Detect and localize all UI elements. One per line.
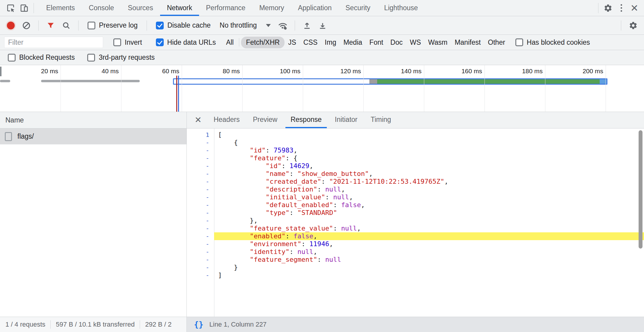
timeline-gridline [61,65,61,112]
timeline-tick-label: 120 ms [315,68,361,75]
tab-lighthouse[interactable]: Lighthouse [377,0,425,16]
line-gutter[interactable]: - [187,217,214,225]
network-conditions-icon[interactable] [276,19,289,32]
name-column-header[interactable]: Name [0,112,186,128]
close-devtools-icon[interactable]: ✕ [628,2,641,15]
blocked-requests-checkbox[interactable] [8,54,16,62]
tab-performance[interactable]: Performance [199,0,252,16]
line-gutter[interactable]: - [187,154,214,162]
record-network-log-button[interactable] [4,19,17,32]
tab-sources[interactable]: Sources [121,0,160,16]
waterfall-download-segment [377,79,600,84]
throttling-select[interactable]: No throttling [220,21,271,29]
invert-checkbox[interactable] [113,38,121,46]
line-gutter[interactable]: - [187,139,214,146]
response-line: - { [187,139,644,146]
line-gutter[interactable]: - [187,178,214,186]
preserve-log-checkbox[interactable] [88,22,95,29]
tab-application[interactable]: Application [291,0,339,16]
close-details-icon[interactable]: ✕ [189,116,207,124]
line-gutter[interactable]: - [187,193,214,201]
waterfall-stalled-segment [369,79,377,84]
response-line: - "identity": null, [187,248,644,256]
line-gutter[interactable]: - [187,271,214,279]
line-gutter[interactable]: - [187,248,214,256]
timeline-overview[interactable]: 20 ms40 ms60 ms80 ms100 ms120 ms140 ms16… [0,65,644,112]
blocked-requests-label: Blocked Requests [19,53,75,62]
third-party-requests-checkbox[interactable] [87,54,95,62]
filter-type-manifest[interactable]: Manifest [451,37,484,48]
line-text: "name": "show_demo_button", [214,170,644,178]
line-text: }, [214,217,644,225]
filter-type-font[interactable]: Font [366,37,387,48]
filter-type-all[interactable]: All [222,37,237,48]
hide-data-urls-toggle: Hide data URLs [156,38,216,47]
line-gutter[interactable]: - [187,240,214,248]
response-line: - "feature_state_value": null, [187,225,644,232]
settings-gear-icon[interactable] [601,2,615,15]
export-har-icon[interactable] [316,19,329,32]
status-item: 1 / 4 requests [5,321,45,328]
filter-type-wasm[interactable]: Wasm [425,37,451,48]
format-braces-icon[interactable]: {} [194,320,203,329]
network-settings-gear-icon[interactable] [627,19,640,32]
line-gutter[interactable]: 1 [187,131,214,139]
filter-type-fetch-xhr[interactable]: Fetch/XHR [241,37,284,48]
tab-security[interactable]: Security [338,0,377,16]
request-waterfall-bar[interactable] [173,78,607,85]
detail-tab-headers[interactable]: Headers [208,112,245,128]
tab-elements[interactable]: Elements [39,0,82,16]
filter-type-doc[interactable]: Doc [387,37,406,48]
timeline-gridline [121,65,121,112]
timeline-tick-label: 140 ms [376,68,422,75]
line-gutter[interactable]: - [187,201,214,209]
disable-cache-checkbox[interactable] [156,22,164,29]
vertical-scrollbar-thumb[interactable] [639,130,643,249]
timeline-gridline [363,65,364,112]
filter-type-ws[interactable]: WS [406,37,425,48]
more-options-icon[interactable] [615,2,628,15]
dom-content-loaded-marker [176,76,177,112]
tab-memory[interactable]: Memory [252,0,291,16]
filter-funnel-icon[interactable] [44,19,57,32]
line-gutter[interactable]: - [187,186,214,193]
tab-network[interactable]: Network [160,0,199,16]
detail-tab-timing[interactable]: Timing [365,112,396,128]
filter-type-css[interactable]: CSS [300,37,321,48]
line-text: [ [214,131,644,139]
search-icon[interactable] [60,19,73,32]
detail-tab-response[interactable]: Response [285,112,327,128]
line-gutter[interactable]: - [187,232,214,240]
inspect-element-icon[interactable] [4,2,17,15]
filter-type-img[interactable]: Img [321,37,340,48]
devtools-window: ElementsConsoleSourcesNetworkPerformance… [0,0,644,332]
line-gutter[interactable]: - [187,162,214,170]
detail-tab-preview[interactable]: Preview [248,112,282,128]
tab-console[interactable]: Console [82,0,121,16]
filter-type-media[interactable]: Media [340,37,366,48]
line-text: "id": 14629, [214,162,644,170]
line-gutter[interactable]: - [187,209,214,217]
line-gutter[interactable]: - [187,225,214,232]
clear-network-log-icon[interactable] [20,19,33,32]
filter-input[interactable] [4,37,103,48]
blocked-requests-toggle: Blocked Requests [8,53,75,62]
filter-type-other[interactable]: Other [484,37,509,48]
timeline-tick-label: 60 ms [134,68,179,75]
line-gutter[interactable]: - [187,170,214,178]
resource-type-filters: AllFetch/XHRJSCSSImgMediaFontDocWSWasmMa… [222,37,509,48]
line-gutter[interactable]: - [187,146,214,154]
device-toolbar-icon[interactable] [17,2,31,15]
response-viewer[interactable]: 1[- {- "id": 75983,- "feature": {- "id":… [187,128,644,317]
detail-tab-initiator[interactable]: Initiator [330,112,362,128]
has-blocked-cookies-checkbox[interactable] [515,38,523,46]
hide-data-urls-label: Hide data URLs [167,38,216,47]
request-row[interactable]: flags/ [0,128,186,144]
line-gutter[interactable]: - [187,264,214,271]
line-gutter[interactable]: - [187,256,214,264]
filter-type-js[interactable]: JS [285,37,300,48]
hide-data-urls-checkbox[interactable] [156,38,164,46]
line-text: "feature_state_value": null, [214,225,644,232]
import-har-icon[interactable] [300,19,314,32]
line-text: "enabled": false, [214,232,644,240]
